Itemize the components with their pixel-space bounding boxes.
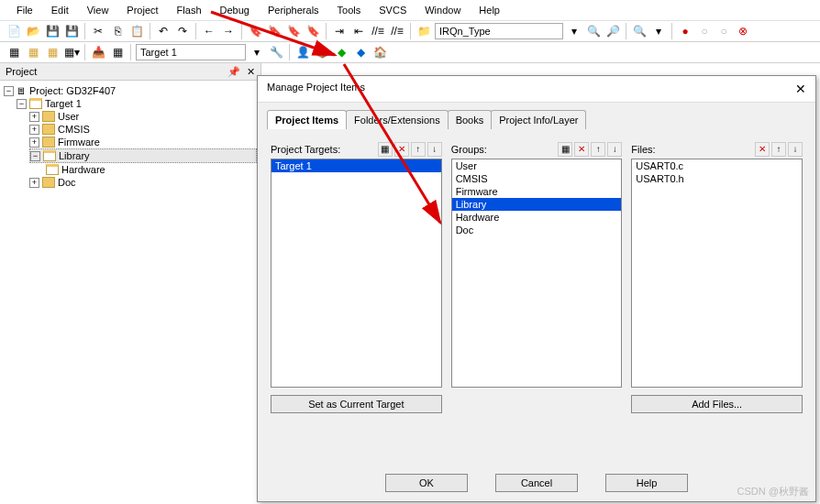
menu-peripherals[interactable]: Peripherals xyxy=(259,2,328,18)
target-dropdown-icon[interactable]: ▾ xyxy=(249,44,265,60)
green-icon[interactable]: ◆ xyxy=(333,44,349,60)
new-icon[interactable]: 📄 xyxy=(6,23,22,39)
files-list[interactable]: USART0.c USART0.h xyxy=(631,159,803,388)
comment-icon[interactable]: //≡ xyxy=(370,23,386,39)
gray-dot2-icon[interactable]: ○ xyxy=(715,23,732,39)
indent-icon[interactable]: ⇥ xyxy=(331,23,348,39)
cut-icon[interactable]: ✂ xyxy=(90,23,106,39)
dropdown2-icon[interactable]: ▾ xyxy=(650,23,667,39)
pack-icon[interactable]: 📦 xyxy=(314,44,330,60)
file-item[interactable]: USART0.h xyxy=(632,172,802,185)
watermark: CSDN @秋野酱 xyxy=(737,485,809,499)
target-combo[interactable] xyxy=(136,44,246,60)
tree-doc[interactable]: +Doc xyxy=(29,176,257,189)
red-x-icon[interactable]: ⊗ xyxy=(735,23,751,39)
tree-user[interactable]: +User xyxy=(29,110,257,123)
dialog-tabs: Project Items Folders/Extensions Books P… xyxy=(258,103,815,129)
search-combo[interactable] xyxy=(435,23,563,39)
blue-icon[interactable]: ◆ xyxy=(352,44,369,60)
manage-icon[interactable]: 👤 xyxy=(294,44,311,60)
redo-icon[interactable]: ↷ xyxy=(174,23,191,39)
targets-list[interactable]: Target 1 xyxy=(271,159,442,388)
bookmark-clear-icon[interactable]: 🔖 xyxy=(305,23,321,39)
tree-library[interactable]: −Library xyxy=(29,148,257,163)
home-icon[interactable]: 🏠 xyxy=(371,44,388,60)
folder-icon[interactable]: 📁 xyxy=(416,23,432,39)
file-item[interactable]: USART0.c xyxy=(632,159,802,172)
down-file-icon[interactable]: ↓ xyxy=(788,142,803,157)
pin-icon[interactable]: 📌 xyxy=(227,66,240,78)
download-icon[interactable]: 📥 xyxy=(90,44,106,60)
tree-firmware[interactable]: +Firmware xyxy=(29,136,257,148)
del-target-icon[interactable]: ✕ xyxy=(394,142,409,157)
outdent-icon[interactable]: ⇤ xyxy=(350,23,367,39)
group-item[interactable]: Library xyxy=(452,198,622,211)
del-file-icon[interactable]: ✕ xyxy=(755,142,770,157)
group-item[interactable]: Hardware xyxy=(452,211,622,224)
up-target-icon[interactable]: ↑ xyxy=(411,142,426,157)
open-icon[interactable]: 📂 xyxy=(25,23,41,39)
set-current-target-button[interactable]: Set as Current Target xyxy=(271,395,442,413)
menu-help[interactable]: Help xyxy=(470,2,509,18)
groups-list[interactable]: User CMSIS Firmware Library Hardware Doc xyxy=(451,159,623,388)
menu-view[interactable]: View xyxy=(78,2,118,18)
find-in-files-icon[interactable]: 🔎 xyxy=(604,23,621,39)
uncomment-icon[interactable]: //≡ xyxy=(389,23,405,39)
menu-flash[interactable]: Flash xyxy=(168,2,211,18)
new-target-icon[interactable]: ▦ xyxy=(378,142,393,157)
red-dot-icon[interactable]: ● xyxy=(677,23,693,39)
add-files-button[interactable]: Add Files... xyxy=(631,395,803,413)
cancel-button[interactable]: Cancel xyxy=(495,474,578,492)
build-all-icon[interactable]: ▦ xyxy=(44,44,61,60)
dialog-close-icon[interactable]: ✕ xyxy=(795,82,806,96)
undo-icon[interactable]: ↶ xyxy=(155,23,172,39)
save-icon[interactable]: 💾 xyxy=(44,23,61,39)
bookmark-prev-icon[interactable]: 🔖 xyxy=(266,23,283,39)
tab-books[interactable]: Books xyxy=(448,110,493,129)
back-icon[interactable]: ← xyxy=(201,23,217,39)
del-group-icon[interactable]: ✕ xyxy=(574,142,589,157)
rebuild-icon[interactable]: ▦ xyxy=(25,44,41,60)
bookmark-next-icon[interactable]: 🔖 xyxy=(285,23,302,39)
debug-icon[interactable]: 🔍 xyxy=(631,23,648,39)
ok-button[interactable]: OK xyxy=(385,474,468,492)
tree-target[interactable]: −Target 1 xyxy=(17,97,257,110)
bookmark-icon[interactable]: 🔖 xyxy=(247,23,263,39)
group-item[interactable]: Doc xyxy=(452,224,622,236)
fwd-icon[interactable]: → xyxy=(220,23,237,39)
menu-project[interactable]: Project xyxy=(117,2,167,18)
dropdown-icon[interactable]: ▾ xyxy=(566,23,582,39)
up-file-icon[interactable]: ↑ xyxy=(771,142,786,157)
tab-info[interactable]: Project Info/Layer xyxy=(491,110,586,129)
up-group-icon[interactable]: ↑ xyxy=(591,142,605,157)
tree-hardware[interactable]: Hardware xyxy=(46,163,257,176)
menu-window[interactable]: Window xyxy=(416,2,470,18)
saveall-icon[interactable]: 💾 xyxy=(63,23,80,39)
copy-icon[interactable]: ⎘ xyxy=(109,23,126,39)
tab-project-items[interactable]: Project Items xyxy=(267,110,347,129)
find-icon[interactable]: 🔍 xyxy=(585,23,602,39)
gray-dot-icon[interactable]: ○ xyxy=(696,23,713,39)
menu-svcs[interactable]: SVCS xyxy=(370,2,416,18)
group-item[interactable]: Firmware xyxy=(452,185,622,198)
menu-edit[interactable]: Edit xyxy=(42,2,78,18)
group-item[interactable]: User xyxy=(452,159,622,172)
menu-file[interactable]: File xyxy=(7,2,42,18)
paste-icon[interactable]: 📋 xyxy=(128,23,145,39)
target-item[interactable]: Target 1 xyxy=(271,159,441,172)
down-target-icon[interactable]: ↓ xyxy=(427,142,442,157)
close-icon[interactable]: ✕ xyxy=(247,66,255,78)
help-button[interactable]: Help xyxy=(605,474,688,492)
menu-debug[interactable]: Debug xyxy=(211,2,259,18)
batch-icon[interactable]: ▦▾ xyxy=(63,44,80,60)
stop-icon[interactable]: ▦ xyxy=(109,44,126,60)
down-group-icon[interactable]: ↓ xyxy=(607,142,622,157)
tree-cmsis[interactable]: +CMSIS xyxy=(29,123,257,136)
tree-root[interactable]: −🗏Project: GD32F407 xyxy=(4,84,257,97)
tab-folders[interactable]: Folders/Extensions xyxy=(346,110,449,129)
options-icon[interactable]: 🔧 xyxy=(268,44,284,60)
build-icon[interactable]: ▦ xyxy=(6,44,22,60)
group-item[interactable]: CMSIS xyxy=(452,172,622,185)
menu-tools[interactable]: Tools xyxy=(328,2,371,18)
new-group-icon[interactable]: ▦ xyxy=(558,142,572,157)
